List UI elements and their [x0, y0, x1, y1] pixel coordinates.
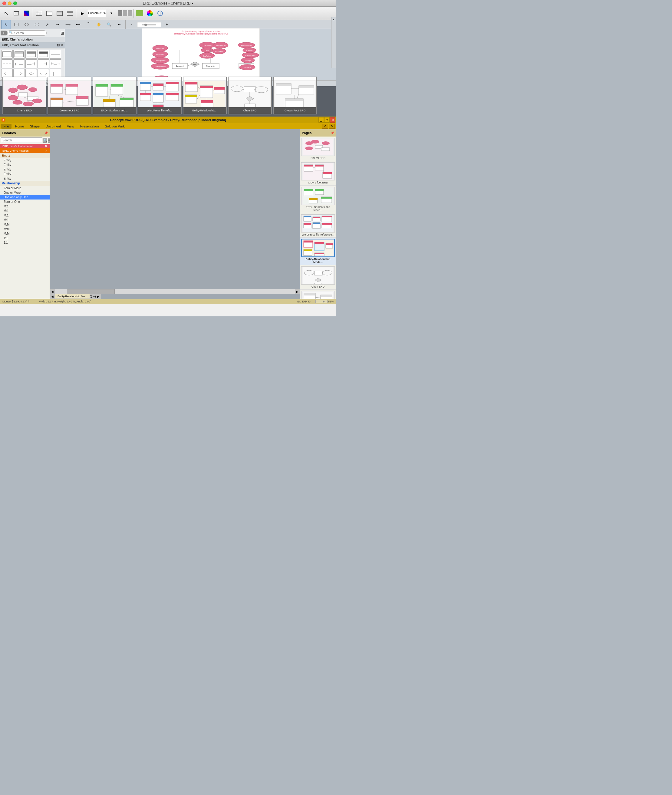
sidebar-section-crowsfoot[interactable]: ERD, crow's foot notation ⊡ ✕: [0, 42, 65, 48]
scroll-left-btn[interactable]: ◀: [50, 289, 55, 294]
page-tab-num[interactable]: (5 ▾): [90, 294, 96, 299]
lib-search-input[interactable]: [1, 138, 42, 143]
toolbar-map-btn[interactable]: [135, 8, 144, 18]
tool-connector[interactable]: ⌒: [83, 20, 93, 29]
shape-item-arrow-1[interactable]: ⊢—: [13, 59, 25, 69]
shape-item-entity-3[interactable]: [26, 50, 37, 59]
shape-item-arrow-4[interactable]: ⊢—⊣: [50, 59, 61, 69]
shape-item-arrow-3[interactable]: ⊢⊣: [38, 59, 49, 69]
libraries-pin[interactable]: 📌: [44, 131, 48, 135]
tool-pen[interactable]: ✒: [114, 20, 124, 29]
lib-zero-or-one[interactable]: Zero or One: [0, 200, 50, 204]
mac-erd-canvas[interactable]: Entity-relationship diagram (Chen's nota…: [142, 28, 260, 81]
toolbar-btn-play[interactable]: ▶: [77, 8, 87, 18]
fullscreen-button[interactable]: [13, 2, 17, 5]
tool-arrow4[interactable]: ⟷: [73, 20, 83, 29]
thumb-chen-erd[interactable]: Chen ERD: [228, 77, 272, 114]
lib-zero-or-more[interactable]: Zero or More: [0, 186, 50, 190]
tool-hand[interactable]: ✋: [94, 20, 104, 29]
minimize-button[interactable]: [8, 2, 11, 5]
win-zoom-slider[interactable]: [315, 300, 328, 303]
lib-entity-4[interactable]: Entity: [0, 172, 50, 176]
tool-arrow3[interactable]: ⟶: [63, 20, 73, 29]
lib-mm-3[interactable]: M:M: [0, 231, 50, 236]
lib-m1-4[interactable]: M:1: [0, 218, 50, 222]
toolbar-btn-table4[interactable]: [65, 8, 75, 18]
toolbar-btn-table3[interactable]: [55, 8, 64, 18]
close-button[interactable]: [2, 2, 6, 5]
win-maximize-btn[interactable]: □: [324, 117, 330, 123]
page-tab-nav-prev[interactable]: ◀: [50, 294, 55, 299]
thumb-crowsfoot-erd[interactable]: Crow's foot ERD: [48, 77, 91, 114]
lib-11-1[interactable]: 1:1: [0, 236, 50, 240]
section-crowsfoot-expand[interactable]: ⊡: [57, 43, 60, 47]
win-hscroll[interactable]: ◀ ▶: [50, 289, 300, 294]
toolbar-btn-table[interactable]: [34, 8, 44, 18]
lib-m1-1[interactable]: M:1: [0, 204, 50, 209]
page-thumb-entity-rel[interactable]: Entity-Relationship Mode...: [300, 238, 336, 265]
tool-arrow1[interactable]: ↗: [42, 20, 52, 29]
page-thumb-students[interactable]: ERD - Students and teach...: [300, 186, 336, 213]
toolbar-info-btn[interactable]: i: [155, 8, 165, 18]
tool-oval[interactable]: [22, 20, 32, 29]
thumb-students-erd[interactable]: ERD - Students and ...: [93, 77, 136, 114]
right-scrollbar[interactable]: ▲: [331, 17, 336, 68]
scroll-handle[interactable]: [67, 289, 115, 294]
toolbar-btn-table2[interactable]: [45, 8, 54, 18]
page-view-btn-3[interactable]: [128, 10, 132, 16]
sidebar-options-btn[interactable]: ⊞: [61, 30, 64, 35]
shape-item-entity-2[interactable]: [13, 50, 25, 59]
menu-view[interactable]: View: [64, 124, 77, 129]
lib-item-chen[interactable]: ERD, Chen's notation ✕: [0, 148, 50, 153]
search-input[interactable]: [7, 30, 46, 36]
zoom-dropdown[interactable]: ▾: [107, 8, 116, 18]
tool-zoom[interactable]: 🔍: [104, 20, 114, 29]
zoom-display[interactable]: Custom 31%: [88, 10, 106, 17]
toolbar-color-wheel[interactable]: [145, 8, 155, 18]
lib-mm-1[interactable]: M:M: [0, 222, 50, 227]
lib-item-crowsfoot[interactable]: ERD, crow's foot notation ✕: [0, 144, 50, 148]
shape-item-entity-1[interactable]: [1, 50, 13, 59]
page-view-btn-2[interactable]: [123, 10, 127, 16]
tool-select[interactable]: ↖: [1, 20, 11, 29]
menu-home[interactable]: Home: [13, 124, 26, 129]
page-thumb-crowsfoot[interactable]: Crow's foot ERD: [300, 161, 336, 186]
zoom-out-btn[interactable]: -: [127, 20, 136, 29]
lib-m1-3[interactable]: M:1: [0, 213, 50, 218]
thumb-entity-rel[interactable]: Entity-Relationship...: [183, 77, 227, 114]
lib-entity-1[interactable]: Entity: [0, 158, 50, 163]
lib-entity-3[interactable]: Entity: [0, 167, 50, 172]
toolbar-btn-rect[interactable]: [11, 8, 21, 18]
lib-search-btn[interactable]: 🔍: [43, 138, 47, 142]
menu-document[interactable]: Document: [43, 124, 63, 129]
page-thumb-crowsfoot-2[interactable]: Crow's Foot ERD: [300, 290, 336, 299]
toolbar-btn-color[interactable]: [22, 8, 32, 18]
menu-presentation[interactable]: Presentation: [78, 124, 101, 129]
win-minimize-btn[interactable]: _: [318, 117, 324, 123]
thumb-chens-erd[interactable]: Chen's ERD: [2, 77, 46, 114]
page-thumb-wordpress[interactable]: WordPress file-reference...: [300, 213, 336, 238]
tool-rect[interactable]: [11, 20, 21, 29]
lib-one-or-more[interactable]: One or More: [0, 190, 50, 195]
sidebar-section-chen[interactable]: ERD, Chen's notation: [0, 37, 65, 42]
shape-item-arrow-2[interactable]: —⊣: [26, 59, 37, 69]
toolbar-btn-win1[interactable]: ↺: [322, 124, 328, 129]
shape-item-line-2[interactable]: [1, 59, 13, 69]
lib-entity-5[interactable]: Entity: [0, 176, 50, 181]
menu-shape[interactable]: Shape: [27, 124, 42, 129]
lib-mm-2[interactable]: M:M: [0, 227, 50, 231]
pages-pin[interactable]: 📌: [331, 131, 334, 135]
zoom-slider[interactable]: [137, 22, 162, 27]
dropdown-arrow[interactable]: ▾: [192, 2, 193, 5]
lib-entity-2[interactable]: Entity: [0, 163, 50, 167]
scroll-right-btn[interactable]: ▶: [295, 289, 300, 294]
sidebar-view-btn[interactable]: ≡: [1, 30, 6, 35]
tool-arrow2[interactable]: ⇒: [53, 20, 62, 29]
page-thumb-chen[interactable]: Chen ERD: [300, 265, 336, 290]
shape-item-line-1[interactable]: [50, 50, 61, 59]
lib-one-and-only-one[interactable]: One and only One: [0, 195, 50, 200]
page-tab-erm[interactable]: Entity-Relationship Mo...: [55, 294, 90, 299]
tool-rounded-rect[interactable]: [32, 20, 42, 29]
page-tab-nav-next[interactable]: ▶: [96, 294, 101, 299]
lib-m1-2[interactable]: M:1: [0, 209, 50, 213]
